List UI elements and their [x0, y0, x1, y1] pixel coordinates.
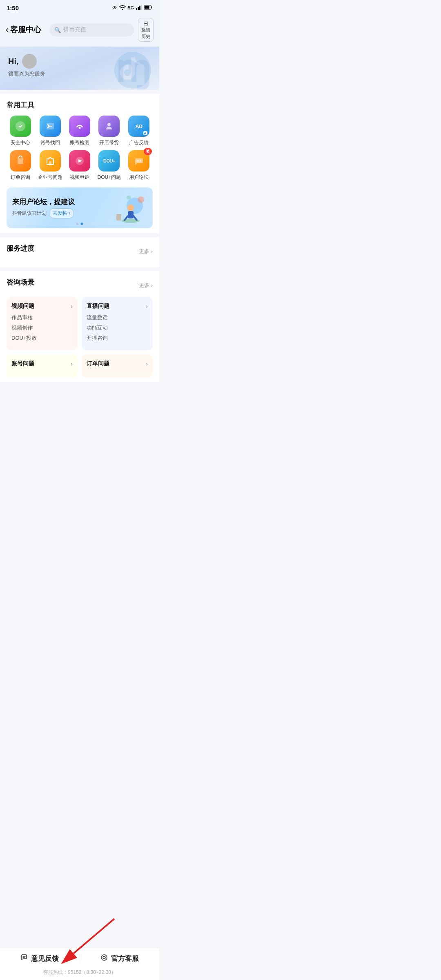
consult-title: 咨询场景: [7, 278, 34, 287]
video-label: 视频申诉: [70, 174, 89, 181]
banner-title: 来用户论坛，提建议: [12, 197, 110, 207]
svg-rect-28: [116, 214, 121, 220]
tool-forum[interactable]: 奖 用户论坛: [125, 150, 153, 181]
status-icons: 👁 5G: [112, 5, 153, 11]
service-progress-title: 服务进度: [7, 244, 34, 253]
consult-video-title: 视频问题 ›: [11, 303, 73, 310]
status-bar: 1:50 👁 5G: [0, 0, 159, 15]
tiktok-watermark-svg: [112, 50, 153, 90]
tool-account-recovery[interactable]: 账号找回: [36, 116, 64, 146]
svg-rect-5: [151, 6, 153, 8]
svg-point-20: [138, 196, 144, 203]
video-icon: [69, 150, 90, 172]
order-label: 订单咨询: [11, 174, 30, 181]
tools-title: 常用工具: [7, 100, 153, 110]
consult-live-title: 直播问题 ›: [87, 303, 148, 310]
svg-point-16: [136, 160, 138, 162]
consult-account-title: 账号问题 ›: [11, 360, 73, 368]
enterprise-icon: [40, 150, 61, 172]
account-recovery-label: 账号找回: [40, 139, 60, 146]
consult-video-item-3: DOU+投放: [11, 334, 73, 342]
banner-subtitle: 抖音建议官计划 去发帖 ›: [12, 208, 110, 218]
live-card-arrow: ›: [146, 303, 148, 310]
search-placeholder: 抖币充值: [63, 26, 86, 33]
consult-live-item-3: 开播咨询: [87, 334, 148, 342]
banner-dots: [76, 223, 83, 225]
consult-more[interactable]: 更多 ›: [139, 282, 153, 289]
svg-point-18: [140, 160, 141, 162]
account-recovery-icon: [40, 116, 61, 137]
5g-label: 5G: [128, 5, 134, 10]
svg-rect-23: [128, 211, 134, 218]
consult-section-header: 咨询场景 更多 ›: [7, 278, 153, 293]
consult-grid: 视频问题 › 作品审核 视频创作 DOU+投放 直播问题 › 流量数话 功能互动…: [7, 297, 153, 377]
consult-live-card[interactable]: 直播问题 › 流量数话 功能互动 开播咨询: [82, 297, 153, 350]
service-progress-header: 服务进度 更多 ›: [7, 244, 153, 259]
ad-icon: AD: [128, 116, 149, 137]
svg-point-22: [127, 205, 134, 211]
account-check-label: 账号检测: [70, 139, 89, 146]
consult-order-title: 订单问题 ›: [87, 360, 148, 368]
security-label: 安全中心: [11, 139, 30, 146]
tool-video[interactable]: 视频申诉: [66, 150, 94, 181]
tool-account-check[interactable]: 账号检测: [66, 116, 94, 146]
user-avatar: [22, 54, 37, 69]
tool-shop[interactable]: 开店带货: [95, 116, 123, 146]
header-title: 客服中心: [10, 24, 41, 35]
svg-point-26: [122, 219, 140, 223]
forum-label: 用户论坛: [129, 174, 149, 181]
banner-text: 来用户论坛，提建议 抖音建议官计划 去发帖 ›: [12, 197, 110, 218]
service-progress-section: 服务进度 更多 ›: [0, 237, 159, 267]
tool-enterprise[interactable]: 企业号问题: [36, 150, 64, 181]
hero-section: Hi, 很高兴为您服务 ɱ: [0, 47, 159, 90]
battery-icon: [144, 5, 153, 11]
consult-live-item-2: 功能互动: [87, 324, 148, 332]
dou-label: DOU+问题: [98, 174, 121, 181]
forum-banner[interactable]: 来用户论坛，提建议 抖音建议官计划 去发帖 ›: [7, 187, 153, 228]
consult-video-item-1: 作品审核: [11, 314, 73, 321]
svg-point-17: [138, 160, 139, 162]
svg-rect-13: [49, 161, 51, 165]
svg-rect-0: [136, 8, 137, 10]
service-progress-more[interactable]: 更多 ›: [139, 248, 153, 255]
shop-label: 开店带货: [99, 139, 119, 146]
consult-section: 咨询场景 更多 › 视频问题 › 作品审核 视频创作 DOU+投放 直播问题 ›…: [0, 271, 159, 382]
feedback-label: 反馈: [141, 27, 150, 33]
shop-icon: [98, 116, 120, 137]
tool-dou[interactable]: DOU+ DOU+问题: [95, 150, 123, 181]
ad-label: 广告反馈: [129, 139, 149, 146]
consult-video-card[interactable]: 视频问题 › 作品审核 视频创作 DOU+投放: [7, 297, 78, 350]
security-icon: [10, 116, 31, 137]
svg-point-10: [107, 123, 111, 126]
search-icon: 🔍: [54, 27, 61, 33]
dot-2: [81, 223, 83, 225]
search-bar[interactable]: 🔍 抖币充值: [49, 23, 134, 36]
wifi-icon: [119, 5, 126, 11]
tool-security[interactable]: 安全中心: [7, 116, 34, 146]
order-icon: [10, 150, 31, 172]
tool-order[interactable]: 订单咨询: [7, 150, 34, 181]
consult-order-card[interactable]: 订单问题 ›: [82, 354, 153, 377]
account-check-icon: [69, 116, 90, 137]
account-card-arrow: ›: [71, 361, 73, 367]
back-icon: ‹: [6, 24, 9, 35]
dou-icon: DOU+: [98, 150, 120, 172]
tools-section: 常用工具 安全中心 账号找回 账号检测 开店: [0, 94, 159, 233]
feedback-history-button[interactable]: ⊟ 反馈 历史: [138, 18, 154, 42]
svg-rect-11: [18, 158, 23, 164]
tool-ad[interactable]: AD 广告反馈: [125, 116, 153, 146]
history-label: 历史: [141, 33, 150, 40]
forum-icon: 奖: [128, 150, 149, 172]
svg-point-9: [78, 127, 80, 129]
eye-icon: 👁: [112, 5, 117, 11]
svg-rect-6: [145, 6, 149, 9]
signal-icon: [136, 5, 142, 11]
back-button[interactable]: ‹ 客服中心: [6, 24, 45, 35]
banner-post-button[interactable]: 去发帖 ›: [49, 208, 74, 218]
svg-rect-1: [138, 7, 139, 10]
banner-illustration: [110, 189, 147, 226]
header: ‹ 客服中心 🔍 抖币充值 ⊟ 反馈 历史: [0, 15, 159, 47]
consult-account-card[interactable]: 账号问题 ›: [7, 354, 78, 377]
tool-grid: 安全中心 账号找回 账号检测 开店带货 AD: [7, 116, 153, 181]
svg-rect-3: [141, 5, 142, 10]
